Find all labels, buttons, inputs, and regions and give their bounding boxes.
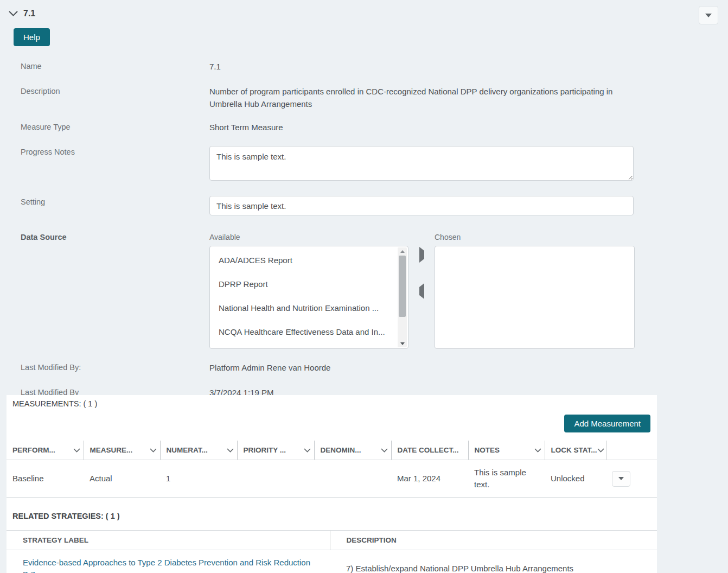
measurements-table: PERFORM... MEASURE... NUMERAT... PRIORIT… [7, 441, 657, 498]
measure-detail-form: Name 7.1 Description Number of program p… [0, 60, 728, 399]
scroll-down-button[interactable] [398, 340, 407, 347]
related-strategies-table: STRATEGY LABEL DESCRIPTION Evidence-base… [7, 530, 657, 573]
numerator-cell: 1 [160, 460, 237, 498]
strategy-description-cell: 7) Establish/expand National DPP Umbrell… [330, 550, 657, 573]
column-header-actions [606, 441, 657, 460]
chosen-caption: Chosen [435, 231, 635, 244]
description-value: Number of program participants enrolled … [209, 85, 627, 110]
triangle-down-icon [400, 342, 405, 345]
date-collected-cell: Mar 1, 2024 [391, 460, 468, 498]
data-source-label: Data Source [0, 231, 209, 241]
triangle-up-icon [400, 250, 405, 253]
measure-type-label: Measure Type [0, 121, 209, 131]
description-label: Description [0, 85, 209, 96]
column-header-performance[interactable]: PERFORM... [7, 441, 84, 460]
chevron-down-icon [150, 448, 157, 453]
transfer-arrows [408, 231, 435, 349]
header-dropdown-button[interactable] [699, 6, 718, 24]
row-actions-dropdown-button[interactable] [612, 471, 630, 487]
actions-cell [606, 460, 657, 498]
column-header-lock-status[interactable]: LOCK STAT... [545, 441, 606, 460]
column-header-description: DESCRIPTION [330, 531, 657, 550]
list-item[interactable]: National Health and Nutrition Examinatio… [210, 296, 392, 320]
triangle-right-icon [419, 247, 424, 263]
chevron-down-icon [597, 448, 604, 453]
chevron-down-icon [705, 14, 712, 17]
page-title: 7.1 [23, 9, 35, 18]
chevron-down-icon [534, 448, 541, 453]
name-label: Name [0, 60, 209, 71]
strategy-link[interactable]: Evidence-based Approaches to Type 2 Diab… [23, 558, 310, 573]
column-header-notes[interactable]: NOTES [468, 441, 545, 460]
denominator-cell [314, 460, 391, 498]
list-item[interactable]: NCQA Healthcare Effectiveness Data and I… [210, 320, 392, 344]
table-row: Baseline Actual 1 Mar 1, 2024 This is sa… [7, 460, 657, 498]
add-measurement-button[interactable]: Add Measurement [564, 415, 650, 432]
column-header-priority[interactable]: PRIORITY ... [237, 441, 314, 460]
setting-input[interactable] [209, 196, 634, 215]
scrollbar[interactable] [398, 247, 407, 347]
available-listbox[interactable]: ADA/ADCES Report DPRP Report National He… [209, 246, 408, 349]
chevron-down-icon [381, 448, 388, 453]
chevron-down-icon [304, 448, 311, 453]
top-bar: 7.1 [0, 0, 728, 22]
triangle-left-icon [419, 283, 424, 299]
move-right-button[interactable] [417, 249, 426, 261]
measurements-panel: MEASUREMENTS: ( 1 ) Add Measurement PERF… [7, 395, 657, 573]
strategy-label-cell: Evidence-based Approaches to Type 2 Diab… [7, 550, 330, 573]
scroll-up-button[interactable] [398, 247, 407, 255]
list-item[interactable]: DPRP Report [210, 272, 392, 296]
measure-type-value: Short Term Measure [209, 121, 635, 133]
chevron-down-icon [227, 448, 234, 453]
progress-notes-textarea[interactable]: This is sample text. [209, 146, 634, 181]
progress-notes-label: Progress Notes [0, 146, 209, 156]
name-value: 7.1 [209, 60, 635, 73]
chevron-down-icon [9, 11, 18, 17]
last-modified-by-user-label: Last Modified By: [0, 361, 209, 372]
chevron-down-icon [618, 477, 624, 480]
measure-cell: Actual [84, 460, 160, 498]
performance-cell: Baseline [7, 460, 84, 498]
column-header-measure[interactable]: MEASURE... [84, 441, 160, 460]
table-row: Evidence-based Approaches to Type 2 Diab… [7, 550, 657, 573]
notes-cell: This is sample text. [468, 460, 545, 498]
move-left-button[interactable] [417, 285, 426, 297]
chosen-listbox[interactable] [435, 246, 635, 349]
data-source-dual-list: Available ADA/ADCES Report DPRP Report N… [209, 231, 635, 349]
section-collapse-toggle[interactable]: 7.1 [9, 9, 35, 18]
help-button[interactable]: Help [14, 28, 50, 46]
related-strategies-section-title: RELATED STRATEGIES: ( 1 ) [7, 512, 657, 520]
list-item[interactable]: ADA/ADCES Report [210, 249, 392, 272]
available-caption: Available [209, 231, 408, 244]
column-header-strategy-label: STRATEGY LABEL [7, 531, 330, 550]
last-modified-by-user-value: Platform Admin Rene van Hoorde [209, 361, 635, 374]
priority-cell [237, 460, 314, 498]
column-header-denominator[interactable]: DENOMIN... [314, 441, 391, 460]
column-header-numerator[interactable]: NUMERAT... [160, 441, 237, 460]
column-header-date-collected[interactable]: DATE COLLECT... [391, 441, 468, 460]
scrollbar-thumb[interactable] [399, 256, 406, 317]
setting-label: Setting [0, 196, 209, 206]
lock-status-cell: Unlocked [545, 460, 606, 498]
chevron-down-icon [73, 448, 80, 453]
measurements-section-title: MEASUREMENTS: ( 1 ) [7, 399, 657, 408]
